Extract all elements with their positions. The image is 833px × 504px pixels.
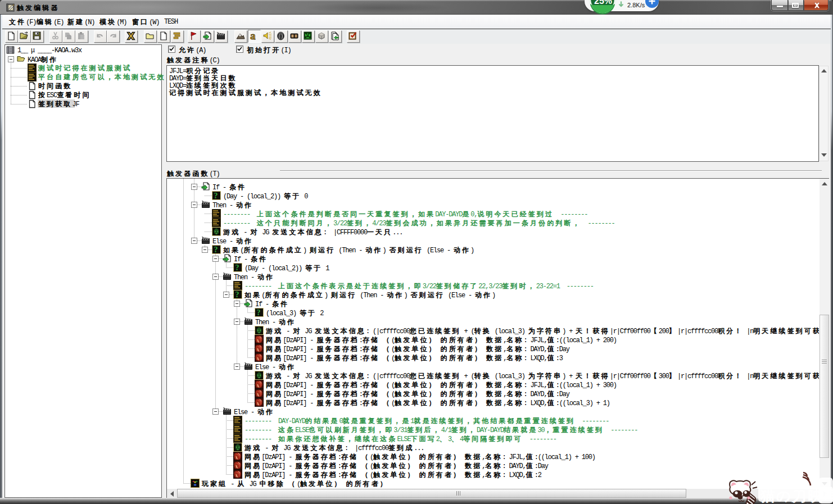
svg-text:25%: 25%: [594, 0, 612, 6]
